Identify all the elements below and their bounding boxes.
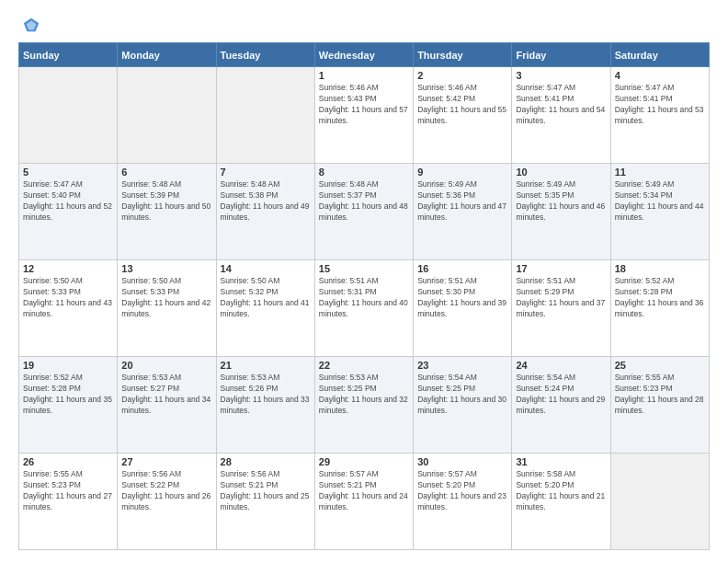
day-info: Sunrise: 5:46 AMSunset: 5:43 PMDaylight:… xyxy=(319,83,409,127)
calendar-header-row: SundayMondayTuesdayWednesdayThursdayFrid… xyxy=(19,43,710,67)
day-info: Sunrise: 5:53 AMSunset: 5:26 PMDaylight:… xyxy=(221,373,311,417)
calendar-cell: 1Sunrise: 5:46 AMSunset: 5:43 PMDaylight… xyxy=(314,67,413,164)
day-info: Sunrise: 5:50 AMSunset: 5:33 PMDaylight:… xyxy=(121,276,211,320)
day-info: Sunrise: 5:47 AMSunset: 5:41 PMDaylight:… xyxy=(516,83,606,127)
day-number: 16 xyxy=(417,263,507,274)
day-number: 5 xyxy=(23,167,113,178)
day-info: Sunrise: 5:51 AMSunset: 5:31 PMDaylight:… xyxy=(319,276,409,320)
day-number: 31 xyxy=(516,456,606,467)
day-info: Sunrise: 5:56 AMSunset: 5:21 PMDaylight:… xyxy=(221,469,311,513)
calendar-cell: 26Sunrise: 5:55 AMSunset: 5:23 PMDayligh… xyxy=(19,454,118,550)
day-number: 24 xyxy=(516,360,606,371)
day-info: Sunrise: 5:48 AMSunset: 5:39 PMDaylight:… xyxy=(121,179,211,224)
day-number: 18 xyxy=(615,263,705,274)
weekday-header-saturday: Saturday xyxy=(610,43,709,67)
day-number: 9 xyxy=(417,167,507,178)
calendar-cell: 15Sunrise: 5:51 AMSunset: 5:31 PMDayligh… xyxy=(314,260,413,357)
day-number: 7 xyxy=(221,167,311,178)
day-info: Sunrise: 5:48 AMSunset: 5:37 PMDaylight:… xyxy=(319,179,409,224)
day-number: 2 xyxy=(417,70,507,81)
calendar-cell: 29Sunrise: 5:57 AMSunset: 5:21 PMDayligh… xyxy=(314,454,413,550)
day-number: 1 xyxy=(319,70,409,81)
day-number: 30 xyxy=(417,456,507,467)
day-info: Sunrise: 5:49 AMSunset: 5:35 PMDaylight:… xyxy=(516,179,606,224)
weekday-header-sunday: Sunday xyxy=(19,43,118,67)
calendar-cell: 9Sunrise: 5:49 AMSunset: 5:36 PMDaylight… xyxy=(414,164,512,260)
day-info: Sunrise: 5:47 AMSunset: 5:40 PMDaylight:… xyxy=(23,179,113,224)
calendar-cell: 20Sunrise: 5:53 AMSunset: 5:27 PMDayligh… xyxy=(118,357,216,454)
calendar-cell: 28Sunrise: 5:56 AMSunset: 5:21 PMDayligh… xyxy=(216,454,314,550)
day-info: Sunrise: 5:56 AMSunset: 5:22 PMDaylight:… xyxy=(121,469,211,513)
weekday-header-friday: Friday xyxy=(512,43,610,67)
day-info: Sunrise: 5:50 AMSunset: 5:32 PMDaylight:… xyxy=(221,276,311,320)
day-info: Sunrise: 5:58 AMSunset: 5:20 PMDaylight:… xyxy=(516,469,606,513)
calendar-cell: 23Sunrise: 5:54 AMSunset: 5:25 PMDayligh… xyxy=(414,357,512,454)
day-info: Sunrise: 5:55 AMSunset: 5:23 PMDaylight:… xyxy=(615,373,705,417)
calendar-cell: 16Sunrise: 5:51 AMSunset: 5:30 PMDayligh… xyxy=(414,260,512,357)
day-number: 19 xyxy=(23,360,113,371)
calendar-cell: 8Sunrise: 5:48 AMSunset: 5:37 PMDaylight… xyxy=(314,164,413,260)
day-info: Sunrise: 5:51 AMSunset: 5:29 PMDaylight:… xyxy=(516,276,606,320)
day-info: Sunrise: 5:54 AMSunset: 5:24 PMDaylight:… xyxy=(516,373,606,417)
calendar-cell: 31Sunrise: 5:58 AMSunset: 5:20 PMDayligh… xyxy=(512,454,610,550)
day-info: Sunrise: 5:57 AMSunset: 5:20 PMDaylight:… xyxy=(417,469,507,513)
day-number: 29 xyxy=(319,456,409,467)
day-number: 22 xyxy=(319,360,409,371)
calendar-cell: 4Sunrise: 5:47 AMSunset: 5:41 PMDaylight… xyxy=(610,67,709,164)
calendar-cell xyxy=(610,454,709,550)
day-info: Sunrise: 5:46 AMSunset: 5:42 PMDaylight:… xyxy=(417,83,507,127)
day-number: 21 xyxy=(221,360,311,371)
calendar-cell: 5Sunrise: 5:47 AMSunset: 5:40 PMDaylight… xyxy=(19,164,118,260)
day-number: 14 xyxy=(221,263,311,274)
day-info: Sunrise: 5:53 AMSunset: 5:25 PMDaylight:… xyxy=(319,373,409,417)
day-number: 10 xyxy=(516,167,606,178)
calendar-cell: 3Sunrise: 5:47 AMSunset: 5:41 PMDaylight… xyxy=(512,67,610,164)
calendar-cell: 6Sunrise: 5:48 AMSunset: 5:39 PMDaylight… xyxy=(118,164,216,260)
day-info: Sunrise: 5:57 AMSunset: 5:21 PMDaylight:… xyxy=(319,469,409,513)
day-number: 11 xyxy=(615,167,705,178)
weekday-header-wednesday: Wednesday xyxy=(314,43,413,67)
day-info: Sunrise: 5:49 AMSunset: 5:36 PMDaylight:… xyxy=(417,179,507,224)
calendar-week-2: 5Sunrise: 5:47 AMSunset: 5:40 PMDaylight… xyxy=(19,164,710,260)
weekday-header-thursday: Thursday xyxy=(414,43,512,67)
calendar-cell: 27Sunrise: 5:56 AMSunset: 5:22 PMDayligh… xyxy=(118,454,216,550)
day-number: 4 xyxy=(615,70,705,81)
weekday-header-monday: Monday xyxy=(118,43,216,67)
calendar-week-3: 12Sunrise: 5:50 AMSunset: 5:33 PMDayligh… xyxy=(19,260,710,357)
calendar-cell: 10Sunrise: 5:49 AMSunset: 5:35 PMDayligh… xyxy=(512,164,610,260)
calendar-week-1: 1Sunrise: 5:46 AMSunset: 5:43 PMDaylight… xyxy=(19,67,710,164)
day-number: 15 xyxy=(319,263,409,274)
calendar-cell: 18Sunrise: 5:52 AMSunset: 5:28 PMDayligh… xyxy=(610,260,709,357)
weekday-header-tuesday: Tuesday xyxy=(216,43,314,67)
logo-flag-icon xyxy=(22,17,40,35)
day-number: 17 xyxy=(516,263,606,274)
calendar-table: SundayMondayTuesdayWednesdayThursdayFrid… xyxy=(18,42,710,550)
day-info: Sunrise: 5:52 AMSunset: 5:28 PMDaylight:… xyxy=(615,276,705,320)
day-info: Sunrise: 5:49 AMSunset: 5:34 PMDaylight:… xyxy=(615,179,705,224)
day-info: Sunrise: 5:53 AMSunset: 5:27 PMDaylight:… xyxy=(121,373,211,417)
page: SundayMondayTuesdayWednesdayThursdayFrid… xyxy=(0,0,728,563)
calendar-week-5: 26Sunrise: 5:55 AMSunset: 5:23 PMDayligh… xyxy=(19,454,710,550)
calendar-cell: 22Sunrise: 5:53 AMSunset: 5:25 PMDayligh… xyxy=(314,357,413,454)
day-number: 13 xyxy=(121,263,211,274)
day-number: 6 xyxy=(121,167,211,178)
day-number: 28 xyxy=(221,456,311,467)
day-info: Sunrise: 5:48 AMSunset: 5:38 PMDaylight:… xyxy=(221,179,311,224)
calendar-week-4: 19Sunrise: 5:52 AMSunset: 5:28 PMDayligh… xyxy=(19,357,710,454)
day-number: 26 xyxy=(23,456,113,467)
calendar-cell xyxy=(19,67,118,164)
calendar-cell xyxy=(216,67,314,164)
calendar-cell: 14Sunrise: 5:50 AMSunset: 5:32 PMDayligh… xyxy=(216,260,314,357)
day-number: 3 xyxy=(516,70,606,81)
day-number: 27 xyxy=(121,456,211,467)
calendar-cell: 17Sunrise: 5:51 AMSunset: 5:29 PMDayligh… xyxy=(512,260,610,357)
calendar-cell: 25Sunrise: 5:55 AMSunset: 5:23 PMDayligh… xyxy=(610,357,709,454)
calendar-cell: 19Sunrise: 5:52 AMSunset: 5:28 PMDayligh… xyxy=(19,357,118,454)
day-info: Sunrise: 5:52 AMSunset: 5:28 PMDaylight:… xyxy=(23,373,113,417)
calendar-cell: 30Sunrise: 5:57 AMSunset: 5:20 PMDayligh… xyxy=(414,454,512,550)
calendar-cell xyxy=(118,67,216,164)
logo xyxy=(18,17,40,33)
day-number: 8 xyxy=(319,167,409,178)
day-info: Sunrise: 5:54 AMSunset: 5:25 PMDaylight:… xyxy=(417,373,507,417)
day-number: 12 xyxy=(23,263,113,274)
